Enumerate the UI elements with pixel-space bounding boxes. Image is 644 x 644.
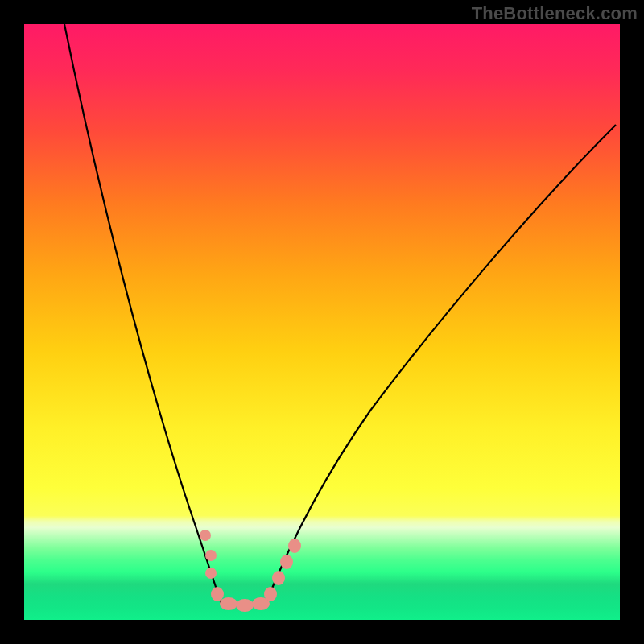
- chart-frame: TheBottleneck.com: [0, 0, 644, 644]
- marker-dot: [220, 597, 237, 610]
- marker-dot: [288, 539, 301, 553]
- plot-area: [24, 24, 620, 620]
- marker-dot: [205, 550, 217, 561]
- marker-dot: [236, 599, 254, 612]
- curve-overlay: [24, 24, 620, 620]
- marker-dot: [211, 587, 224, 601]
- marker-dot: [200, 530, 211, 541]
- marker-dot: [272, 571, 285, 585]
- marker-dot: [264, 587, 277, 601]
- left-curve: [64, 24, 221, 604]
- marker-dot: [280, 555, 293, 569]
- marker-dot: [205, 568, 217, 579]
- watermark-text: TheBottleneck.com: [472, 3, 638, 24]
- right-curve: [266, 125, 616, 604]
- marker-group: [200, 530, 301, 612]
